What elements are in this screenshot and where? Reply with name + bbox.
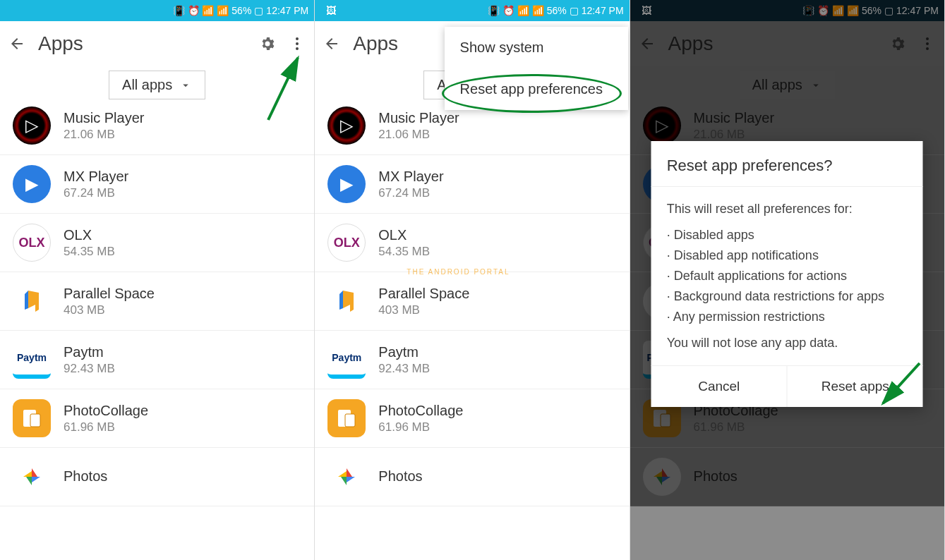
app-size: 403 MB [64,303,301,317]
olx-icon: OLX [327,224,366,262]
dialog-footer: Cancel Reset apps [651,365,923,407]
app-item[interactable]: ▶MX Player67.24 MB [0,155,314,214]
app-name: OLX [64,227,301,243]
photos-icon [327,458,366,496]
app-name: Paytm [378,344,616,360]
app-item[interactable]: PhotoCollage61.96 MB [0,389,314,448]
parallel-space-icon [13,282,51,320]
watermark: THE ANDROID PORTAL [407,268,510,276]
svg-point-0 [296,37,299,40]
screen-2: 🖼 📳 ⏰ 📶 📶 56% ▢ 12:47 PM Apps All apps ▷… [315,0,630,560]
app-size: 21.06 MB [64,128,301,142]
dialog-title: Reset app preferences? [651,141,923,187]
mx-player-icon: ▶ [327,165,366,203]
reset-dialog: Reset app preferences? This will reset a… [651,141,923,407]
svg-rect-4 [30,414,40,427]
svg-point-2 [296,47,299,50]
app-size: 92.43 MB [64,362,301,376]
dialog-list-item: Disabled app notifications [667,246,908,265]
app-name: MX Player [64,169,301,185]
app-name: Photos [64,468,301,485]
photocollage-icon [13,399,51,437]
back-icon[interactable] [323,35,340,52]
dialog-list-item: Disabled apps [667,226,908,245]
status-icons: 📳 ⏰ 📶 📶 56% ▢ 12:47 PM [488,5,624,16]
svg-rect-7 [345,414,355,427]
dialog-list-item: Background data restrictions for apps [667,287,908,306]
app-size: 21.06 MB [378,128,616,142]
app-size: 61.96 MB [64,420,301,434]
paytm-icon: Paytm [327,341,366,379]
app-item[interactable]: ▶MX Player67.24 MB [315,155,629,214]
app-name: OLX [378,227,616,243]
app-item[interactable]: PhotoCollage61.96 MB [315,389,629,448]
app-item[interactable]: Photos [0,448,314,506]
status-bar: 📳 ⏰ 📶 📶 56% ▢ 12:47 PM [0,0,314,21]
cancel-button[interactable]: Cancel [651,366,788,407]
parallel-space-icon [327,282,366,320]
filter-dropdown[interactable]: All apps [109,71,205,99]
app-list: ▷Music Player21.06 MB ▶MX Player67.24 MB… [315,106,629,506]
dialog-list: Disabled apps Disabled app notifications… [667,226,908,327]
back-icon[interactable] [8,35,25,52]
overflow-menu: Show system Reset app preferences [445,27,628,110]
app-item[interactable]: OLXOLX54.35 MB [315,214,629,272]
menu-show-system[interactable]: Show system [445,27,628,68]
app-name: Music Player [378,110,616,126]
app-list: ▷Music Player21.06 MB ▶MX Player67.24 MB… [0,106,314,506]
app-item[interactable]: Photos [315,448,629,506]
chevron-down-icon [179,79,192,92]
app-item[interactable]: PaytmPaytm92.43 MB [0,331,314,389]
app-item[interactable]: OLXOLX54.35 MB [0,214,314,272]
gallery-icon: 🖼 [326,5,336,16]
dialog-body: This will reset all preferences for: Dis… [651,187,923,365]
photocollage-icon [327,399,366,437]
app-name: Paytm [64,344,301,360]
page-title: Apps [38,32,246,55]
app-size: 92.43 MB [378,362,616,376]
paytm-icon: Paytm [13,341,51,379]
app-size: 67.24 MB [378,186,616,200]
photos-icon [13,458,51,496]
app-item[interactable]: Parallel Space403 MB [315,272,629,331]
music-player-icon: ▷ [13,106,51,145]
more-icon[interactable] [289,35,306,52]
app-size: 54.35 MB [378,245,616,259]
app-item[interactable]: ▷Music Player21.06 MB [0,106,314,155]
dialog-list-item: Any permission restrictions [667,308,908,327]
olx-icon: OLX [13,224,51,262]
status-bar: 🖼 📳 ⏰ 📶 📶 56% ▢ 12:47 PM [315,0,629,21]
app-name: Parallel Space [64,286,301,302]
header: Apps [0,21,314,66]
dialog-list-item: Default applications for actions [667,267,908,286]
app-name: Parallel Space [378,286,616,302]
music-player-icon: ▷ [327,106,366,145]
screen-1: 📳 ⏰ 📶 📶 56% ▢ 12:47 PM Apps All apps ▷Mu… [0,0,315,560]
app-item[interactable]: PaytmPaytm92.43 MB [315,331,629,389]
svg-point-1 [296,42,299,45]
reset-apps-button[interactable]: Reset apps [788,366,923,407]
app-name: Photos [378,468,616,485]
filter-row: All apps [0,66,314,106]
app-name: PhotoCollage [64,403,301,419]
app-size: 67.24 MB [64,186,301,200]
filter-label: All apps [122,77,172,93]
mx-player-icon: ▶ [13,165,51,203]
app-size: 54.35 MB [64,245,301,259]
app-item[interactable]: ▷Music Player21.06 MB [315,106,629,155]
status-icons: 📳 ⏰ 📶 📶 56% ▢ 12:47 PM [173,5,309,16]
screen-3: 🖼 📳 ⏰ 📶 📶 56% ▢ 12:47 PM Apps All apps ▷… [630,0,945,560]
app-size: 61.96 MB [378,420,616,434]
app-name: MX Player [378,169,616,185]
app-item[interactable]: Parallel Space403 MB [0,272,314,331]
dialog-outro: You will not lose any app data. [667,334,908,353]
app-size: 403 MB [378,303,616,317]
gear-icon[interactable] [259,35,276,52]
app-name: Music Player [64,110,301,126]
app-name: PhotoCollage [378,403,616,419]
menu-reset-preferences[interactable]: Reset app preferences [445,68,628,110]
dialog-intro: This will reset all preferences for: [667,200,908,219]
